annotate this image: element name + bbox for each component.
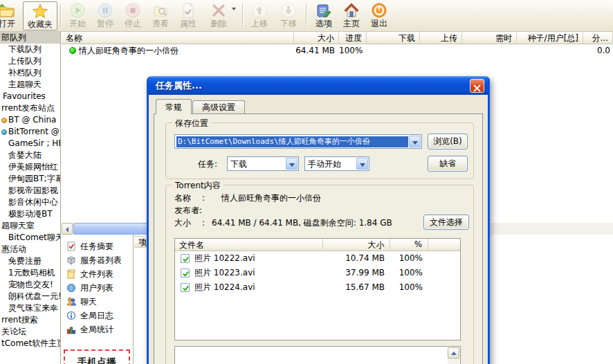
file-column-size[interactable]: 大小 [323,239,391,251]
stop-icon [125,2,141,19]
sidebar-item-bitcomet-homepage[interactable]: tComet软件主页 [0,338,60,349]
sidebar-item-pet-friends[interactable]: 宠物也交友! [0,279,60,291]
open-button[interactable]: 打开 [0,1,22,30]
sidebar-item-netac-disk[interactable]: 朗科优盘一元! [0,291,60,302]
column-header-seeds-peers[interactable]: 种子/用户[总] [517,32,583,44]
promo-ad-box[interactable]: 手机点播 [64,349,130,364]
tab-general[interactable]: 常规 [156,99,192,114]
combo-dropdown-button[interactable] [286,158,298,170]
sidebar-item-lucky-jewelry[interactable]: 灵气珠宝来幸 [0,302,60,314]
file-size: 15.67 MB [324,280,392,295]
file-select-button[interactable]: 文件选择 [423,215,469,230]
nav-file-list[interactable]: 文件列表 [62,267,133,281]
nav-global-log[interactable]: 全局日志 [62,309,133,322]
column-header-download[interactable]: 下载 [367,32,420,44]
column-header-share[interactable]: 分... [583,32,613,44]
sidebar-item-jiying-anime[interactable]: 极影动漫BT [0,208,60,220]
move-down-button[interactable]: 下移 [274,1,303,30]
sidebar-item-torrent-search[interactable]: rrent搜索 [0,314,60,326]
task-type-combo[interactable]: 下载 [227,156,299,171]
column-header-upload[interactable]: 上传 [420,32,462,44]
favorites-button[interactable]: 收藏夹 [23,1,57,30]
column-header-name[interactable]: 名称 [62,32,294,44]
sidebar-item-topic-chatroom[interactable]: 题聊天室 [0,220,60,232]
dialog-title-bar[interactable]: 任务属性... [149,76,488,95]
nav-task-summary[interactable]: 任务摘要 [62,239,133,253]
sidebar-item-promotions[interactable]: 惠活动 [0,244,60,255]
file-column-percent[interactable]: % [390,239,428,251]
chevron-down-icon [412,141,418,145]
sidebar-item-greedland[interactable]: 贪婪大陆 [0,149,60,161]
sidebar-item-seed-queue[interactable]: 补档队列 [0,67,60,79]
sidebar-item-gamesir[interactable]: GameSir ; HEL [0,138,60,149]
file-row[interactable]: 照片 10224.avi 15.67 MB 100% [175,280,460,295]
view-button[interactable]: 查看 [145,1,176,30]
column-header-size[interactable]: 大小 [294,32,339,44]
close-x-icon [473,84,481,92]
pause-button[interactable]: 暂停 [90,1,120,30]
vertical-scrollbar[interactable] [448,347,459,364]
sidebar-item-all-queues[interactable]: 部队列 [0,32,60,44]
default-button[interactable]: 缺省 [428,156,468,172]
save-path-combo[interactable]: D:\BitComet\Downloads\情人節旺角奇事的一小倍份 [174,134,422,149]
move-up-button[interactable]: 上移 [245,1,274,30]
sidebar-item-upload-queue[interactable]: 上传队列 [0,55,60,67]
sidebar-item-movie-empire[interactable]: 影视帝国影视 [0,185,60,197]
move-down-label: 下移 [274,19,303,28]
nav-label: 任务摘要 [80,242,113,251]
size-line: 大小:64.41 MB / 64.41 MB, 磁盘剩余空间: 1.84 GB [174,217,392,229]
delete-x-icon [210,2,227,19]
sidebar-item-yimeiji[interactable]: 伊美姬网怡红 [0,161,60,173]
file-checkbox-checked[interactable] [181,254,190,263]
file-name: 照片 10222.avi [175,251,324,266]
file-row[interactable]: 照片 10222.avi 10.74 MB 100% [175,251,460,266]
task-row[interactable]: 情人節旺角奇事的一小倍份 64.41 MB 100% 0.0 [62,44,613,57]
file-percent: 100% [392,280,430,295]
start-mode-combo[interactable]: 手动开始 [304,156,369,171]
close-button[interactable] [470,79,484,93]
sidebar-item-free-register[interactable]: 免费注册 [0,255,60,267]
exit-button[interactable]: 退出 [365,1,393,30]
sidebar-item-bittorrent[interactable]: BitTorrent @ [0,126,60,138]
column-header-eta[interactable]: 需时 [462,32,517,44]
nav-server-list[interactable]: 服务器列表 [62,253,133,267]
options-label: 选项 [309,19,339,28]
sidebar-item-av-leisure[interactable]: 影音休闲中心 [0,197,60,208]
sidebar-item-bitcomet-chatroom[interactable]: BitComet聊天室 [0,232,60,244]
task-type-value: 下载 [229,158,285,170]
sidebar-item-favourites[interactable]: Favourites [0,91,60,102]
sidebar-item-eden-bt[interactable]: 伊甸园BT;字幕 [0,173,60,185]
delete-dropdown-arrow[interactable] [232,8,236,10]
file-column-name[interactable]: 文件名 [175,239,323,251]
delete-label: 删除 [201,19,237,28]
combo-dropdown-button[interactable] [356,158,368,170]
column-header-progress[interactable]: 进度 [339,32,367,44]
sidebar-item-bt-china[interactable]: BT @ China [0,114,60,126]
nav-chat[interactable]: 聊天 [62,295,133,309]
start-button[interactable]: 开始 [62,1,93,30]
sidebar-item-forum[interactable]: 关论坛 [0,326,60,338]
delete-button[interactable]: 删除 [201,1,237,30]
chat-people-icon [66,297,76,307]
scroll-left-button[interactable] [62,223,73,235]
file-checkbox-checked[interactable] [181,269,190,277]
tab-advanced[interactable]: 高级设置 [192,100,245,114]
nav-user-list[interactable]: 用户列表 [62,281,133,295]
scroll-up-button[interactable] [448,347,459,358]
sidebar-item-download-queue[interactable]: 下载队列 [0,44,60,55]
combo-dropdown-button[interactable] [409,136,421,147]
torrent-comment-box[interactable] [174,346,461,364]
stop-button[interactable]: 停止 [118,1,148,30]
properties-button[interactable]: 属性 [173,1,203,30]
options-button[interactable]: 选项 [309,1,339,30]
file-checkbox-checked[interactable] [181,283,190,292]
file-row[interactable]: 照片 10223.avi 37.99 MB 100% [175,266,460,280]
sidebar-item-1yuan-camera[interactable]: 1元数码相机 [0,267,60,279]
sidebar-item-topic-chat[interactable]: 主题聊天 [0,79,60,91]
home-button[interactable]: 主页 [338,1,365,30]
sidebar-item-torrent-sites[interactable]: rrent发布站点 [0,102,60,114]
browse-button[interactable]: 浏览(B) [428,134,468,149]
nav-label: 服务器列表 [80,255,122,265]
file-table-header: 文件名 大小 % [175,239,460,251]
nav-global-stats[interactable]: 全局统计 [62,322,133,336]
